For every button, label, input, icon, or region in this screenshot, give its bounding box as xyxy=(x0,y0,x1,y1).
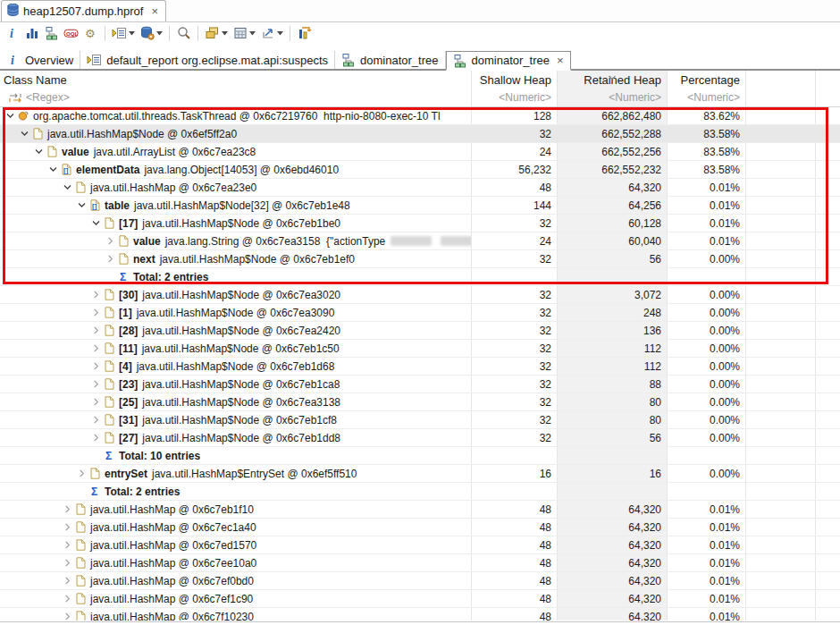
dominator-tree-button[interactable] xyxy=(42,23,61,43)
tab-dominator-tree-1[interactable]: dominator_tree xyxy=(335,51,445,69)
expander-closed-icon[interactable] xyxy=(61,595,74,603)
shallow-heap-cell: 16 xyxy=(472,465,558,482)
class-name-cell: [28]java.util.HashMap$Node @ 0x6c7ea2420 xyxy=(0,322,472,339)
oql-button[interactable]: OQL xyxy=(62,23,80,43)
expander-closed-icon[interactable] xyxy=(61,523,74,531)
shallow-heap-cell: 32 xyxy=(472,358,558,375)
settings-button[interactable]: ⚙ xyxy=(81,23,100,43)
regex-filter-input[interactable] xyxy=(26,91,471,104)
overview-button[interactable]: i xyxy=(3,23,21,43)
table-row[interactable]: java.util.HashMap @ 0x6c7eb1f104864,3200… xyxy=(0,501,840,519)
tab-overview[interactable]: iOverview xyxy=(0,51,80,69)
table-row[interactable]: [27]java.util.HashMap$Node @ 0x6c7eb1dd8… xyxy=(0,429,840,447)
expander-open-icon[interactable] xyxy=(75,201,88,209)
class-name-cell: [4]java.util.HashMap$Node @ 0x6c7eb1d68 xyxy=(0,358,472,375)
editor-tab[interactable]: heap12507.dump.hprof × xyxy=(1,0,166,21)
table-row[interactable]: [30]java.util.HashMap$Node @ 0x6c7ea3020… xyxy=(0,286,840,304)
close-icon[interactable]: × xyxy=(557,55,564,66)
expander-closed-icon[interactable] xyxy=(61,577,74,585)
retained-heap-cell: 60,128 xyxy=(558,215,668,232)
expander-open-icon[interactable] xyxy=(89,219,103,227)
expander-closed-icon[interactable] xyxy=(89,326,103,334)
retained-filter-input[interactable] xyxy=(558,91,661,104)
table-row[interactable]: ΣTotal: 10 entries xyxy=(0,447,840,465)
calculate-retained-size-button[interactable] xyxy=(231,23,257,43)
tab-default-report[interactable]: default_report org.eclipse.mat.api:suspe… xyxy=(80,51,335,69)
expander-closed-icon[interactable] xyxy=(104,237,117,245)
expander-closed-icon[interactable] xyxy=(61,559,74,567)
table-row[interactable]: valuejava.lang.String @ 0x6c7ea3158 {"ac… xyxy=(0,232,840,250)
close-icon[interactable]: × xyxy=(151,5,158,17)
table-row[interactable]: [25]java.util.HashMap$Node @ 0x6c7ea3138… xyxy=(0,393,840,411)
expander-closed-icon[interactable] xyxy=(89,434,103,442)
table-row[interactable]: []elementDatajava.lang.Object[14053] @ 0… xyxy=(0,161,840,179)
table-row[interactable]: nextjava.util.HashMap$Node @ 0x6c7eb1ef0… xyxy=(0,250,840,268)
tab-dominator-tree-2[interactable]: dominator_tree× xyxy=(446,51,571,71)
export-button[interactable] xyxy=(258,23,285,43)
shallow-heap-cell: 32 xyxy=(472,304,558,321)
table-row[interactable]: [17]java.util.HashMap$Node @ 0x6c7eb1be0… xyxy=(0,215,840,232)
table-row[interactable]: org.apache.tomcat.util.threads.TaskThrea… xyxy=(0,107,840,125)
search-button[interactable] xyxy=(174,23,193,43)
expander-closed-icon[interactable] xyxy=(75,469,88,477)
table-row[interactable]: [1]java.util.HashMap$Node @ 0x6c7ea30903… xyxy=(0,304,840,322)
expander-closed-icon[interactable] xyxy=(61,612,74,621)
shallow-filter-input[interactable] xyxy=(472,91,551,104)
object-label: java.lang.String @ 0x6c7ea3158 {"actionT… xyxy=(165,233,386,249)
expander-closed-icon[interactable] xyxy=(89,362,103,370)
column-header-class-name[interactable]: Class Name xyxy=(0,71,472,89)
table-row[interactable]: valuejava.util.ArrayList @ 0x6c7ea23c824… xyxy=(0,143,840,161)
table-row[interactable]: java.util.HashMap$Node @ 0x6ef5ff2a03266… xyxy=(0,125,840,143)
column-header-shallow-heap[interactable]: Shallow Heap xyxy=(472,71,558,89)
run-expert-test-button[interactable] xyxy=(110,23,137,43)
expander-open-icon[interactable] xyxy=(61,183,74,191)
table-row[interactable]: entrySetjava.util.HashMap$EntrySet @ 0x6… xyxy=(0,465,840,483)
table-row[interactable]: java.util.HashMap @ 0x6c7ee10a04864,3200… xyxy=(0,554,840,572)
expander-closed-icon[interactable] xyxy=(61,505,74,513)
expander-open-icon[interactable] xyxy=(46,165,60,173)
object-label: java.util.HashMap$Node @ 0x6c7eb1c50 xyxy=(142,341,340,357)
percentage-cell: 83.58% xyxy=(668,161,746,178)
table-row[interactable]: []tablejava.util.HashMap$Node[32] @ 0x6c… xyxy=(0,197,840,215)
class-name-cell: [17]java.util.HashMap$Node @ 0x6c7eb1be0 xyxy=(0,215,472,232)
expander-open-icon[interactable] xyxy=(4,112,17,120)
expander-closed-icon[interactable] xyxy=(89,308,103,317)
histogram-button[interactable] xyxy=(22,23,41,43)
expander-closed-icon[interactable] xyxy=(89,380,103,388)
table-row[interactable]: java.util.HashMap @ 0x6c7ed15704864,3200… xyxy=(0,536,840,554)
expander-closed-icon[interactable] xyxy=(89,291,103,299)
percentage-cell: 0.01% xyxy=(668,197,746,214)
table-row[interactable]: [11]java.util.HashMap$Node @ 0x6c7eb1c50… xyxy=(0,340,840,358)
compare-heapdump-button[interactable] xyxy=(295,23,314,43)
column-header-percentage[interactable]: Percentage xyxy=(668,71,746,89)
table-row[interactable]: ΣTotal: 2 entries xyxy=(0,483,840,501)
expander-closed-icon[interactable] xyxy=(89,416,103,424)
column-header-retained-heap[interactable]: Retained Heap xyxy=(558,71,668,89)
expander-open-icon[interactable] xyxy=(32,148,46,156)
group-result-button[interactable] xyxy=(203,23,230,43)
table-row[interactable]: java.util.HashMap @ 0x6c7ef1c904864,3200… xyxy=(0,590,840,608)
toolbar-separator xyxy=(197,26,198,41)
table-row[interactable]: [28]java.util.HashMap$Node @ 0x6c7ea2420… xyxy=(0,322,840,340)
expander-closed-icon[interactable] xyxy=(89,398,103,406)
table-row[interactable]: java.util.HashMap @ 0x6c7ef0bd04864,3200… xyxy=(0,572,840,590)
table-row[interactable]: java.util.HashMap @ 0x6c7ec1a404864,3200… xyxy=(0,519,840,536)
expander-closed-icon[interactable] xyxy=(104,255,117,263)
table-row[interactable]: [31]java.util.HashMap$Node @ 0x6c7eb1cf8… xyxy=(0,411,840,429)
class-name-cell: []elementDatajava.lang.Object[14053] @ 0… xyxy=(0,161,472,178)
object-label: java.util.ArrayList @ 0x6c7ea23c8 xyxy=(94,144,256,160)
shallow-heap-cell: 144 xyxy=(472,197,558,214)
expander-closed-icon[interactable] xyxy=(89,344,103,352)
group-icon xyxy=(205,26,220,41)
heap-dump-actions-button[interactable] xyxy=(138,23,164,43)
table-row[interactable]: ΣTotal: 2 entries xyxy=(0,268,840,286)
percentage-filter-input[interactable] xyxy=(668,91,740,104)
expander-open-icon[interactable] xyxy=(18,130,31,138)
dominator-tree-icon xyxy=(453,54,467,68)
object-icon xyxy=(103,360,115,372)
table-row[interactable]: java.util.HashMap @ 0x6c7ea23e04864,3200… xyxy=(0,179,840,197)
expander-closed-icon[interactable] xyxy=(61,541,74,549)
table-row[interactable]: [23]java.util.HashMap$Node @ 0x6c7eb1ca8… xyxy=(0,376,840,393)
table-row[interactable]: java.util.HashMap @ 0x6c7f102304864,3200… xyxy=(0,608,840,621)
table-row[interactable]: [4]java.util.HashMap$Node @ 0x6c7eb1d683… xyxy=(0,358,840,376)
